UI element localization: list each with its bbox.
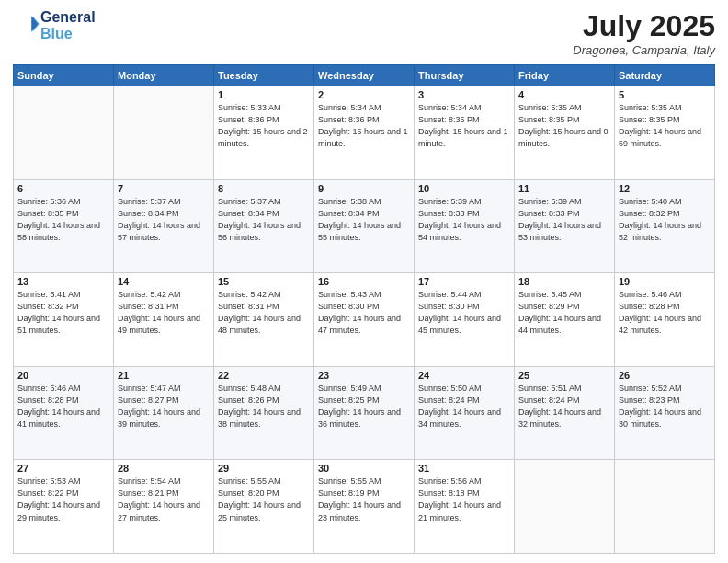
logo-line1: General bbox=[40, 9, 96, 26]
calendar-cell: 26Sunrise: 5:52 AM Sunset: 8:23 PM Dayli… bbox=[615, 366, 715, 460]
header: General Blue July 2025 Dragonea, Campani… bbox=[13, 9, 715, 57]
day-info: Sunrise: 5:35 AM Sunset: 8:35 PM Dayligh… bbox=[518, 102, 610, 150]
logo: General Blue bbox=[13, 9, 96, 41]
calendar-cell: 11Sunrise: 5:39 AM Sunset: 8:33 PM Dayli… bbox=[515, 179, 615, 273]
day-number: 1 bbox=[218, 89, 310, 100]
logo-line2: Blue bbox=[40, 26, 96, 42]
col-wednesday: Wednesday bbox=[314, 65, 415, 86]
calendar-cell: 7Sunrise: 5:37 AM Sunset: 8:34 PM Daylig… bbox=[114, 179, 214, 273]
calendar-week-1: 1Sunrise: 5:33 AM Sunset: 8:36 PM Daylig… bbox=[14, 86, 715, 180]
day-number: 24 bbox=[418, 370, 510, 381]
day-info: Sunrise: 5:55 AM Sunset: 8:19 PM Dayligh… bbox=[318, 476, 410, 523]
day-number: 23 bbox=[318, 370, 410, 381]
day-number: 3 bbox=[418, 89, 510, 100]
title-block: July 2025 Dragonea, Campania, Italy bbox=[573, 9, 715, 57]
calendar-cell: 1Sunrise: 5:33 AM Sunset: 8:36 PM Daylig… bbox=[214, 86, 314, 180]
calendar-cell: 23Sunrise: 5:49 AM Sunset: 8:25 PM Dayli… bbox=[314, 366, 415, 460]
day-number: 21 bbox=[118, 370, 210, 381]
calendar-cell: 30Sunrise: 5:55 AM Sunset: 8:19 PM Dayli… bbox=[314, 460, 415, 554]
calendar-cell bbox=[114, 86, 214, 180]
day-number: 5 bbox=[619, 89, 711, 100]
day-info: Sunrise: 5:37 AM Sunset: 8:34 PM Dayligh… bbox=[218, 196, 310, 244]
col-tuesday: Tuesday bbox=[214, 65, 314, 86]
calendar-cell: 6Sunrise: 5:36 AM Sunset: 8:35 PM Daylig… bbox=[14, 179, 114, 273]
day-number: 8 bbox=[218, 183, 310, 194]
day-info: Sunrise: 5:54 AM Sunset: 8:21 PM Dayligh… bbox=[118, 476, 210, 523]
day-info: Sunrise: 5:52 AM Sunset: 8:23 PM Dayligh… bbox=[619, 383, 711, 431]
logo-icon bbox=[15, 11, 40, 37]
svg-marker-1 bbox=[31, 16, 38, 31]
calendar-cell: 19Sunrise: 5:46 AM Sunset: 8:28 PM Dayli… bbox=[615, 273, 715, 367]
day-info: Sunrise: 5:48 AM Sunset: 8:26 PM Dayligh… bbox=[218, 383, 310, 431]
calendar-cell: 28Sunrise: 5:54 AM Sunset: 8:21 PM Dayli… bbox=[114, 460, 214, 554]
day-info: Sunrise: 5:50 AM Sunset: 8:24 PM Dayligh… bbox=[418, 383, 510, 431]
calendar-cell: 10Sunrise: 5:39 AM Sunset: 8:33 PM Dayli… bbox=[415, 179, 515, 273]
page: General Blue July 2025 Dragonea, Campani… bbox=[0, 0, 728, 563]
col-sunday: Sunday bbox=[14, 65, 114, 86]
day-info: Sunrise: 5:34 AM Sunset: 8:36 PM Dayligh… bbox=[318, 102, 410, 150]
calendar-week-4: 20Sunrise: 5:46 AM Sunset: 8:28 PM Dayli… bbox=[14, 366, 715, 460]
calendar-cell: 29Sunrise: 5:55 AM Sunset: 8:20 PM Dayli… bbox=[214, 460, 314, 554]
calendar-week-3: 13Sunrise: 5:41 AM Sunset: 8:32 PM Dayli… bbox=[14, 273, 715, 367]
col-monday: Monday bbox=[114, 65, 214, 86]
day-info: Sunrise: 5:34 AM Sunset: 8:35 PM Dayligh… bbox=[418, 102, 510, 150]
col-saturday: Saturday bbox=[615, 65, 715, 86]
calendar-week-5: 27Sunrise: 5:53 AM Sunset: 8:22 PM Dayli… bbox=[14, 460, 715, 554]
calendar-cell: 5Sunrise: 5:35 AM Sunset: 8:35 PM Daylig… bbox=[615, 86, 715, 180]
day-info: Sunrise: 5:40 AM Sunset: 8:32 PM Dayligh… bbox=[619, 196, 711, 244]
day-number: 6 bbox=[17, 183, 109, 194]
day-number: 27 bbox=[17, 463, 109, 474]
calendar-cell: 8Sunrise: 5:37 AM Sunset: 8:34 PM Daylig… bbox=[214, 179, 314, 273]
calendar-cell bbox=[515, 460, 615, 554]
day-number: 30 bbox=[318, 463, 410, 474]
day-info: Sunrise: 5:39 AM Sunset: 8:33 PM Dayligh… bbox=[418, 196, 510, 244]
day-info: Sunrise: 5:44 AM Sunset: 8:30 PM Dayligh… bbox=[418, 289, 510, 337]
day-number: 29 bbox=[218, 463, 310, 474]
day-info: Sunrise: 5:43 AM Sunset: 8:30 PM Dayligh… bbox=[318, 289, 410, 337]
calendar-cell: 2Sunrise: 5:34 AM Sunset: 8:36 PM Daylig… bbox=[314, 86, 415, 180]
day-info: Sunrise: 5:37 AM Sunset: 8:34 PM Dayligh… bbox=[118, 196, 210, 244]
day-number: 14 bbox=[118, 276, 210, 287]
day-number: 16 bbox=[318, 276, 410, 287]
calendar-cell: 20Sunrise: 5:46 AM Sunset: 8:28 PM Dayli… bbox=[14, 366, 114, 460]
day-info: Sunrise: 5:46 AM Sunset: 8:28 PM Dayligh… bbox=[619, 289, 711, 337]
calendar-header-row: Sunday Monday Tuesday Wednesday Thursday… bbox=[14, 65, 715, 86]
day-number: 20 bbox=[17, 370, 109, 381]
day-info: Sunrise: 5:33 AM Sunset: 8:36 PM Dayligh… bbox=[218, 102, 310, 150]
calendar-cell: 24Sunrise: 5:50 AM Sunset: 8:24 PM Dayli… bbox=[415, 366, 515, 460]
day-info: Sunrise: 5:56 AM Sunset: 8:18 PM Dayligh… bbox=[418, 476, 510, 523]
calendar-cell bbox=[615, 460, 715, 554]
location: Dragonea, Campania, Italy bbox=[573, 43, 715, 57]
day-info: Sunrise: 5:46 AM Sunset: 8:28 PM Dayligh… bbox=[17, 383, 109, 431]
month-title: July 2025 bbox=[573, 9, 715, 43]
day-info: Sunrise: 5:42 AM Sunset: 8:31 PM Dayligh… bbox=[218, 289, 310, 337]
calendar-cell: 14Sunrise: 5:42 AM Sunset: 8:31 PM Dayli… bbox=[114, 273, 214, 367]
calendar-cell: 15Sunrise: 5:42 AM Sunset: 8:31 PM Dayli… bbox=[214, 273, 314, 367]
day-number: 18 bbox=[518, 276, 610, 287]
day-info: Sunrise: 5:38 AM Sunset: 8:34 PM Dayligh… bbox=[318, 196, 410, 244]
day-number: 19 bbox=[619, 276, 711, 287]
day-number: 22 bbox=[218, 370, 310, 381]
day-info: Sunrise: 5:47 AM Sunset: 8:27 PM Dayligh… bbox=[118, 383, 210, 431]
day-number: 4 bbox=[518, 89, 610, 100]
calendar-cell bbox=[14, 86, 114, 180]
calendar-cell: 3Sunrise: 5:34 AM Sunset: 8:35 PM Daylig… bbox=[415, 86, 515, 180]
day-number: 15 bbox=[218, 276, 310, 287]
day-info: Sunrise: 5:42 AM Sunset: 8:31 PM Dayligh… bbox=[118, 289, 210, 337]
day-number: 28 bbox=[118, 463, 210, 474]
calendar-cell: 22Sunrise: 5:48 AM Sunset: 8:26 PM Dayli… bbox=[214, 366, 314, 460]
calendar-cell: 25Sunrise: 5:51 AM Sunset: 8:24 PM Dayli… bbox=[515, 366, 615, 460]
day-number: 17 bbox=[418, 276, 510, 287]
day-number: 31 bbox=[418, 463, 510, 474]
calendar-cell: 18Sunrise: 5:45 AM Sunset: 8:29 PM Dayli… bbox=[515, 273, 615, 367]
calendar-cell: 4Sunrise: 5:35 AM Sunset: 8:35 PM Daylig… bbox=[515, 86, 615, 180]
calendar-cell: 27Sunrise: 5:53 AM Sunset: 8:22 PM Dayli… bbox=[14, 460, 114, 554]
day-info: Sunrise: 5:55 AM Sunset: 8:20 PM Dayligh… bbox=[218, 476, 310, 523]
calendar-cell: 13Sunrise: 5:41 AM Sunset: 8:32 PM Dayli… bbox=[14, 273, 114, 367]
calendar-table: Sunday Monday Tuesday Wednesday Thursday… bbox=[13, 64, 715, 554]
day-number: 9 bbox=[318, 183, 410, 194]
day-info: Sunrise: 5:39 AM Sunset: 8:33 PM Dayligh… bbox=[518, 196, 610, 244]
day-number: 12 bbox=[619, 183, 711, 194]
day-info: Sunrise: 5:45 AM Sunset: 8:29 PM Dayligh… bbox=[518, 289, 610, 337]
calendar-cell: 12Sunrise: 5:40 AM Sunset: 8:32 PM Dayli… bbox=[615, 179, 715, 273]
